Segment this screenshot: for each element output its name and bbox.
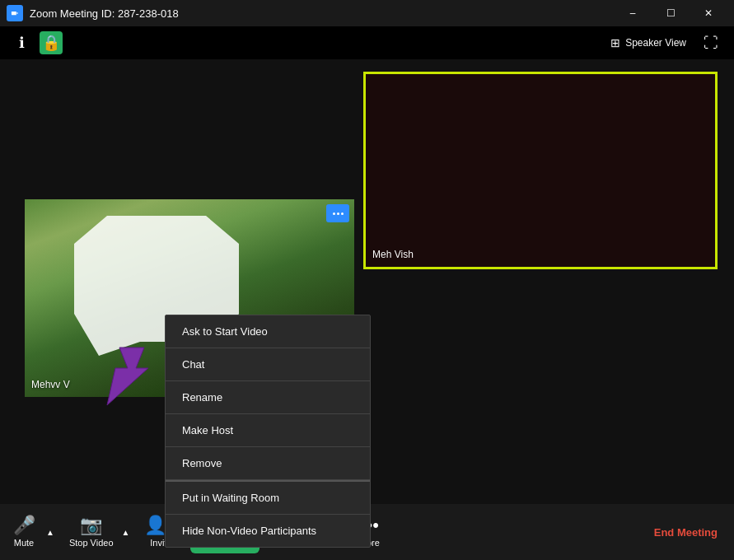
minimize-button[interactable]: – (614, 0, 652, 26)
speaker-view-icon: ⊞ (610, 36, 620, 49)
ctx-remove[interactable]: Remove (166, 447, 370, 480)
titlebar-title: Zoom Meeting ID: 287-238-018 (30, 7, 179, 20)
dot1 (333, 212, 335, 215)
titlebar-controls: – ☐ ✕ (614, 0, 727, 26)
ctx-waiting-room[interactable]: Put in Waiting Room (166, 480, 370, 515)
ctx-rename[interactable]: Rename (166, 381, 370, 414)
end-meeting-button[interactable]: End Meeting (638, 504, 734, 560)
zoom-logo-icon (9, 7, 21, 19)
titlebar-left: Zoom Meeting ID: 287-238-018 (7, 5, 179, 21)
fullscreen-icon: ⛶ (704, 35, 718, 52)
context-menu: Ask to Start Video Chat Rename Make Host… (165, 315, 371, 548)
mute-label: Mute (14, 538, 34, 548)
left-participant-name: Mehvv V (31, 379, 70, 390)
video-caret[interactable]: ▲ (120, 504, 132, 560)
video-icon: 📷 (80, 516, 102, 534)
mute-button[interactable]: 🎤 Mute (3, 504, 44, 560)
fullscreen-button[interactable]: ⛶ (698, 30, 724, 56)
stop-video-button[interactable]: 📷 Stop Video (63, 504, 120, 560)
ctx-chat[interactable]: Chat (166, 348, 370, 381)
right-participant-name: Meh Vish (372, 249, 414, 260)
security-icon: 🔒 (42, 34, 60, 52)
close-button[interactable]: ✕ (690, 0, 727, 26)
mute-group: 🎤 Mute ▲ (0, 504, 59, 560)
titlebar: Zoom Meeting ID: 287-238-018 – ☐ ✕ (0, 0, 734, 26)
main-area: Mehvv V Ask to Start Video Chat Rename M… (0, 59, 734, 504)
ctx-make-host[interactable]: Make Host (166, 414, 370, 447)
stop-video-group: 📷 Stop Video ▲ (59, 504, 135, 560)
right-participant-tile: Meh Vish (363, 72, 718, 269)
mute-caret[interactable]: ▲ (44, 504, 56, 560)
ctx-ask-video[interactable]: Ask to Start Video (166, 315, 370, 348)
ctx-hide-non-video[interactable]: Hide Non-Video Participants (166, 515, 370, 547)
svg-marker-0 (107, 348, 148, 405)
info-icon: ℹ (19, 34, 25, 52)
security-button[interactable]: 🔒 (40, 31, 63, 54)
top-toolbar-left: ℹ 🔒 (10, 31, 63, 54)
speaker-view-button[interactable]: ⊞ Speaker View (602, 33, 694, 53)
dot3 (341, 212, 344, 215)
mute-icon: 🎤 (13, 516, 35, 534)
info-button[interactable]: ℹ (10, 31, 33, 54)
maximize-button[interactable]: ☐ (652, 0, 690, 26)
participant-menu-button[interactable] (326, 204, 349, 222)
dot2 (337, 212, 339, 215)
zoom-logo (7, 5, 23, 21)
arrow-icon (91, 339, 165, 413)
speaker-view-label: Speaker View (625, 37, 686, 49)
stop-video-label: Stop Video (69, 538, 114, 548)
top-toolbar: ℹ 🔒 ⊞ Speaker View ⛶ (0, 26, 734, 59)
